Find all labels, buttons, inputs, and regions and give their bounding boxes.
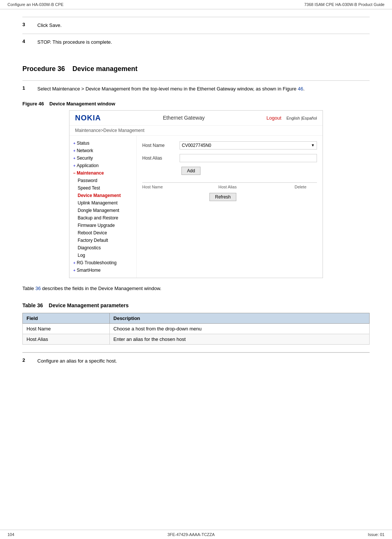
table-cell-description: Enter an alias for the chosen host: [109, 334, 369, 344]
refresh-button-row: Refresh: [142, 189, 317, 201]
dropdown-arrow-icon: ▼: [311, 143, 315, 147]
add-button[interactable]: Add: [181, 167, 200, 175]
results-col-hostalias: Host Alias: [218, 185, 295, 189]
table-36-section: Table 36 Device Management parameters Fi…: [22, 302, 370, 345]
sidebar-label-security: Security: [77, 155, 93, 161]
nokia-breadcrumb: Maintenance>Device Management: [69, 126, 323, 136]
table-row: Host AliasEnter an alias for the chosen …: [23, 334, 370, 344]
sidebar-item-log[interactable]: Log: [69, 252, 136, 259]
sidebar-item-devicemgmt[interactable]: Device Management: [69, 192, 136, 199]
sidebar-item-speedtest[interactable]: Speed Test: [69, 184, 136, 192]
hostname-dropdown[interactable]: CV0027745N0 ▼: [180, 141, 317, 150]
maintenance-collapse-icon: −: [73, 171, 75, 175]
nokia-topbar: NOKIA Ethernet Gateway Logout English |E…: [69, 111, 323, 126]
table-label-text: Table: [22, 302, 37, 308]
figure-link[interactable]: 46: [298, 86, 303, 92]
sidebar-label-uplink: Uplink Management: [78, 200, 118, 206]
nokia-window: NOKIA Ethernet Gateway Logout English |E…: [69, 110, 323, 278]
procedure-label: Procedure: [22, 65, 57, 73]
network-expand-icon: +: [73, 148, 75, 153]
footer-right: Issue: 01: [368, 532, 385, 537]
sidebar-item-status[interactable]: +Status: [69, 139, 136, 147]
sidebar-label-application: Application: [77, 163, 99, 168]
nokia-body: +Status +Network +Security +Application …: [69, 136, 323, 278]
sidebar-item-application[interactable]: +Application: [69, 162, 136, 169]
step-2-text: Configure an alias for a specific host.: [37, 357, 370, 365]
smarthome-expand-icon: +: [73, 268, 75, 272]
hostalias-value: [182, 155, 183, 161]
page-footer: 104 3FE-47429-AAAA-TCZZA Issue: 01: [0, 530, 392, 539]
nokia-logo: NOKIA: [75, 114, 101, 122]
application-expand-icon: +: [73, 163, 75, 168]
page-header: Configure an HA-030W-B CPE 7368 ISAM CPE…: [0, 0, 392, 9]
step-1-row: 1 Select Maintenance > Device Management…: [22, 80, 370, 97]
figure-number: Figure 46: [22, 101, 44, 107]
results-header: Host Name Host Alias Delete: [142, 182, 317, 189]
sidebar-label-backup: Backup and Restore: [78, 215, 118, 221]
sidebar-item-diagnostics[interactable]: Diagnostics: [69, 244, 136, 252]
header-left: Configure an HA-030W-B CPE: [7, 2, 63, 7]
step-3-num: 3: [22, 22, 37, 29]
header-right: 7368 ISAM CPE HA-030W-B Product Guide: [304, 2, 385, 7]
step-3-row: 3 Click Save.: [22, 17, 370, 34]
sidebar-label-log: Log: [78, 253, 85, 258]
device-management-table: Field Description Host NameChoose a host…: [22, 313, 370, 345]
sidebar-item-uplink[interactable]: Uplink Management: [69, 199, 136, 207]
sidebar-label-smarthome: SmartHome: [77, 268, 100, 273]
results-col-hostname: Host Name: [142, 185, 218, 189]
table-link[interactable]: 36: [35, 286, 41, 291]
sidebar-item-password[interactable]: Password: [69, 177, 136, 184]
nokia-sidebar: +Status +Network +Security +Application …: [69, 136, 137, 278]
step-4-num: 4: [22, 38, 37, 46]
sidebar-label-firmware: Firmware Upgrade: [78, 223, 115, 228]
step-1-num: 1: [22, 85, 37, 93]
procedure-name: Device management: [72, 65, 137, 73]
nokia-topbar-right: Logout English |Español: [267, 115, 317, 121]
hostalias-row: Host Alias: [142, 154, 317, 162]
refresh-button[interactable]: Refresh: [209, 193, 236, 201]
table-title: Device Management parameters: [49, 302, 129, 308]
procedure-title: Procedure 36 Device management: [22, 65, 370, 73]
step-4-text: STOP. This procedure is complete.: [37, 38, 370, 46]
procedure-number: 36: [57, 65, 65, 73]
sidebar-item-network[interactable]: +Network: [69, 147, 136, 154]
nokia-title: Ethernet Gateway: [163, 115, 205, 121]
sidebar-item-security[interactable]: +Security: [69, 154, 136, 162]
table-description: Table 36 describes the fields in the Dev…: [22, 286, 370, 291]
sidebar-label-maintenance: Maintenance: [77, 170, 104, 176]
sidebar-item-backup[interactable]: Backup and Restore: [69, 214, 136, 222]
hostname-value: CV0027745N0: [182, 143, 211, 148]
step-3-text: Click Save.: [37, 22, 370, 29]
sidebar-label-network: Network: [77, 148, 93, 153]
table-cell-field: Host Alias: [23, 334, 110, 344]
security-expand-icon: +: [73, 156, 75, 160]
table-number: 36: [37, 302, 43, 308]
language-selector[interactable]: English |Español: [286, 116, 317, 120]
main-content: 3 Click Save. 4 STOP. This procedure is …: [0, 9, 392, 391]
sidebar-label-speedtest: Speed Test: [78, 185, 100, 191]
sidebar-label-status: Status: [77, 141, 89, 146]
sidebar-item-maintenance[interactable]: −Maintenance: [69, 169, 136, 177]
sidebar-label-dongle: Dongle Management: [78, 208, 119, 213]
table-36-label: Table 36 Device Management parameters: [22, 302, 370, 308]
hostalias-input[interactable]: [180, 154, 317, 162]
footer-left: 104: [7, 532, 14, 537]
sidebar-item-factory[interactable]: Factory Default: [69, 237, 136, 244]
hostname-row: Host Name CV0027745N0 ▼: [142, 141, 317, 150]
sidebar-item-rg[interactable]: +RG Troubleshooting: [69, 259, 136, 267]
status-expand-icon: +: [73, 141, 75, 145]
sidebar-item-smarthome[interactable]: +SmartHome: [69, 267, 136, 274]
logout-button[interactable]: Logout: [267, 115, 281, 121]
step-4-row: 4 STOP. This procedure is complete.: [22, 34, 370, 50]
sidebar-item-reboot[interactable]: Reboot Device: [69, 229, 136, 237]
sidebar-item-firmware[interactable]: Firmware Upgrade: [69, 222, 136, 229]
add-button-row: Add: [142, 167, 317, 175]
sidebar-label-factory: Factory Default: [78, 238, 108, 243]
table-header-row: Field Description: [23, 313, 370, 323]
step-2-row: 2 Configure an alias for a specific host…: [22, 352, 370, 369]
figure-label: Figure 46 Device Management window: [22, 101, 370, 107]
sidebar-item-dongle[interactable]: Dongle Management: [69, 207, 136, 214]
table-row: Host NameChoose a host from the drop-dow…: [23, 323, 370, 334]
sidebar-label-password: Password: [78, 178, 97, 183]
table-cell-description: Choose a host from the drop-down menu: [109, 323, 369, 334]
